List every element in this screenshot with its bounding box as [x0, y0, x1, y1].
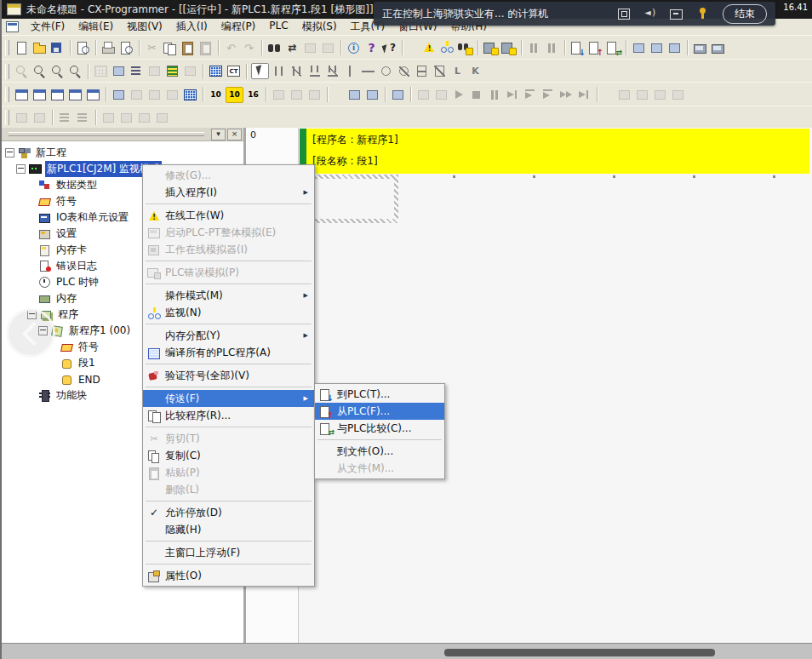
- memory-cassette-icon[interactable]: [710, 41, 726, 55]
- zoom-in-icon[interactable]: [49, 64, 66, 78]
- menubar-item-insert[interactable]: 插入(I): [169, 18, 214, 36]
- find-icon[interactable]: [266, 41, 283, 55]
- tree-expand-toggle[interactable]: [5, 148, 14, 158]
- symbol-table-icon[interactable]: [111, 88, 127, 102]
- new-coil-icon[interactable]: [378, 64, 394, 78]
- ct-view-icon[interactable]: [226, 64, 242, 78]
- select-mode-icon[interactable]: [251, 63, 269, 79]
- new-differentiate-icon[interactable]: [449, 64, 466, 78]
- menubar-item-file[interactable]: 文件(F): [24, 18, 71, 36]
- new-horizontal-line-icon[interactable]: [360, 64, 376, 78]
- menu-item-verify-symbols-all[interactable]: 验证符号(全部)(V)▶: [143, 367, 314, 384]
- context-help-icon[interactable]: [381, 41, 397, 55]
- new-contact-icon[interactable]: [271, 64, 287, 78]
- back-gesture-overlay[interactable]: [6, 308, 55, 358]
- session-key-icon[interactable]: [695, 7, 711, 20]
- open-project-icon[interactable]: [31, 41, 48, 55]
- tree-item-new-project[interactable]: 新工程: [2, 145, 243, 161]
- download-to-plc-icon[interactable]: [569, 41, 586, 55]
- toolbar-grip[interactable]: [5, 40, 9, 55]
- tree-expand-toggle[interactable]: [16, 164, 26, 174]
- toggle-output-window-icon[interactable]: [31, 88, 48, 102]
- pt-monitor-2-icon[interactable]: [364, 88, 380, 102]
- toolbar-grip[interactable]: [5, 110, 9, 125]
- io-comment-view-icon[interactable]: [208, 64, 224, 78]
- menu-item-work-online[interactable]: 在线工作(W)▶: [143, 207, 314, 224]
- menu-item-allow-docking[interactable]: 允许停放(D)▶: [143, 504, 314, 521]
- new-inverted-instruction-icon[interactable]: [432, 64, 448, 78]
- menu-item-compile-all-plc-programs[interactable]: 编译所有的PLC程序(A)▶: [143, 344, 314, 361]
- compare-documents-icon[interactable]: [75, 41, 91, 55]
- ladder-style-icon[interactable]: [164, 64, 180, 78]
- help-topics-icon[interactable]: [363, 41, 380, 55]
- toolbar-grip[interactable]: [5, 64, 9, 79]
- compare-with-plc-icon[interactable]: [605, 41, 621, 55]
- rung-shelf-icon[interactable]: [111, 64, 127, 78]
- print-icon[interactable]: [100, 41, 117, 55]
- menu-item-insert-program[interactable]: 插入程序(I)▶: [143, 184, 314, 201]
- online-edit-cancel-icon[interactable]: [666, 41, 683, 55]
- online-edit-send-icon[interactable]: [649, 41, 665, 55]
- monitor-icon[interactable]: [669, 7, 684, 20]
- work-online-icon[interactable]: [421, 41, 437, 55]
- upload-from-plc-icon[interactable]: [587, 41, 603, 55]
- plc-clock-view-icon[interactable]: [390, 88, 406, 102]
- about-icon[interactable]: [346, 41, 362, 55]
- new-vertical-line-icon[interactable]: [342, 64, 358, 78]
- paste-icon[interactable]: [180, 41, 196, 55]
- toggle-cross-ref-icon[interactable]: [67, 88, 83, 102]
- menu-item-properties[interactable]: 属性(O)▶: [143, 567, 314, 584]
- window-properties-icon[interactable]: [85, 88, 101, 102]
- display-hex-icon[interactable]: [245, 88, 261, 102]
- menu-item-compare-with-plc[interactable]: 与PLC比较(C)...▶: [315, 420, 444, 437]
- new-instruction-icon[interactable]: [414, 64, 430, 78]
- zoom-custom-icon[interactable]: [31, 64, 48, 78]
- menubar-item-edit[interactable]: 编辑(E): [71, 18, 120, 36]
- program-check-icon[interactable]: [483, 41, 499, 55]
- new-or-contact-icon[interactable]: [306, 64, 323, 78]
- menu-item-memory-allocation[interactable]: 内存分配(Y)▶: [143, 327, 314, 344]
- new-document-icon[interactable]: [14, 41, 30, 55]
- address-reference-icon[interactable]: [182, 88, 198, 102]
- online-edit-begin-icon[interactable]: [631, 41, 647, 55]
- print-preview-icon[interactable]: [118, 41, 134, 55]
- horizontal-scrollbar[interactable]: [2, 643, 812, 659]
- menu-item-compare-program[interactable]: 比较程序(R)...▶: [143, 407, 314, 424]
- pause-monitoring-icon[interactable]: [457, 41, 473, 55]
- menu-item-operating-mode[interactable]: 操作模式(M)▶: [143, 287, 314, 304]
- panel-pin-button[interactable]: ▾: [211, 129, 226, 140]
- rung-comments-icon[interactable]: [129, 64, 145, 78]
- toggle-project-window-icon[interactable]: [14, 88, 30, 102]
- monitor-mode-icon[interactable]: [439, 41, 455, 55]
- new-or-closed-contact-icon[interactable]: [324, 64, 340, 78]
- save-project-icon[interactable]: [49, 41, 66, 55]
- display-signed-decimal-icon[interactable]: [226, 87, 243, 103]
- toggle-watch-window-icon[interactable]: [49, 88, 66, 102]
- menu-item-from-plc[interactable]: 从PLC(F)...▶: [315, 403, 444, 420]
- speaker-icon[interactable]: [643, 7, 658, 20]
- display-decimal-icon[interactable]: [208, 88, 224, 102]
- new-closed-contact-icon[interactable]: [289, 64, 305, 78]
- new-reset-icon[interactable]: [467, 64, 483, 78]
- menu-item-monitor[interactable]: 监视(N)▶: [143, 304, 314, 321]
- menu-item-to-plc[interactable]: 到PLC(T)...▶: [315, 386, 444, 403]
- end-session-button[interactable]: 结束: [723, 4, 767, 24]
- menu-item-float-in-main-window[interactable]: 主窗口上浮动(F)▶: [143, 544, 314, 561]
- panel-close-button[interactable]: ×: [227, 129, 242, 140]
- copy-icon[interactable]: [162, 41, 178, 55]
- fullscreen-icon[interactable]: [616, 7, 632, 20]
- memory-view-icon[interactable]: [692, 41, 708, 55]
- transfer-options-icon[interactable]: [500, 41, 517, 55]
- menu-item-transfer[interactable]: 传送(F)▶: [143, 390, 314, 407]
- zoom-out-icon[interactable]: [67, 64, 83, 78]
- menubar-item-view[interactable]: 视图(V): [120, 18, 169, 36]
- pt-monitor-1-icon[interactable]: [346, 88, 363, 102]
- menubar-item-program[interactable]: 编程(P): [214, 18, 263, 36]
- menu-item-copy[interactable]: 复制(C)▶: [143, 447, 314, 464]
- new-closed-coil-icon[interactable]: [396, 64, 412, 78]
- menu-item-hide[interactable]: 隐藏(H)▶: [143, 521, 314, 538]
- toolbar-grip[interactable]: [5, 87, 9, 102]
- menu-item-to-file[interactable]: 到文件(O)...▶: [315, 443, 444, 460]
- menubar-item-plc[interactable]: PLC: [262, 18, 294, 36]
- menubar-item-simulation[interactable]: 模拟(S): [295, 18, 344, 36]
